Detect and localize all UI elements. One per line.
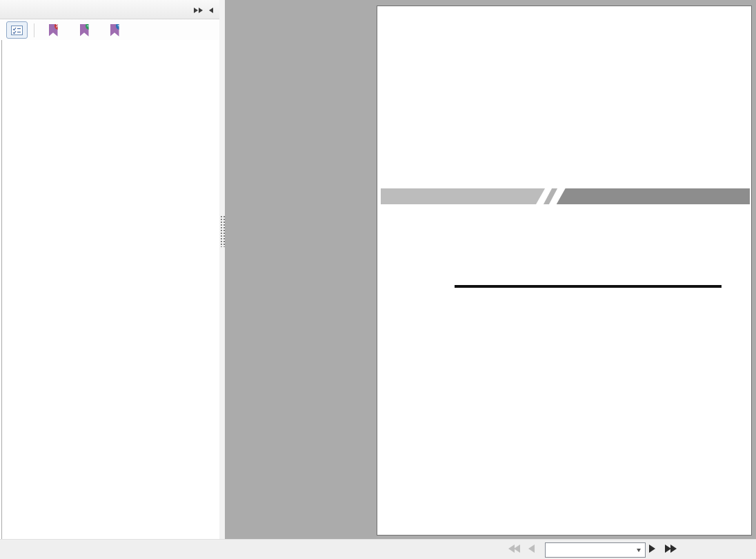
panel-expand-icon[interactable] bbox=[194, 6, 203, 14]
tree-left-border bbox=[1, 40, 2, 539]
pdf-page[interactable] bbox=[377, 6, 752, 536]
first-page-button[interactable] bbox=[508, 545, 520, 553]
red-x-badge: × bbox=[54, 22, 62, 30]
panel-collapse-icon[interactable] bbox=[209, 6, 213, 14]
banner-light-segment bbox=[381, 188, 545, 204]
delete-bookmark-button[interactable]: × bbox=[43, 21, 63, 39]
banner-dark-segment bbox=[557, 188, 750, 204]
status-bar bbox=[0, 539, 756, 559]
decrease-text-size-button[interactable] bbox=[160, 21, 181, 39]
bookmark-options-button[interactable] bbox=[6, 21, 28, 39]
document-canvas[interactable] bbox=[225, 0, 756, 539]
page-number-combobox[interactable] bbox=[545, 542, 646, 558]
bookmarks-panel: × + ➤ bbox=[0, 0, 219, 539]
previous-page-button[interactable] bbox=[528, 545, 535, 553]
panel-splitter[interactable] bbox=[219, 0, 225, 539]
banner-diagonal-stripe bbox=[544, 188, 557, 204]
splitter-handle[interactable] bbox=[220, 215, 225, 247]
bookmarks-toolbar: × + ➤ bbox=[0, 19, 219, 40]
add-bookmark-icon: + bbox=[80, 24, 89, 37]
locate-bookmark-icon: ➤ bbox=[110, 24, 119, 37]
bookmark-tree bbox=[0, 40, 219, 539]
toolbar-separator bbox=[34, 23, 34, 37]
checklist-options-icon bbox=[11, 26, 23, 35]
locate-bookmark-button[interactable]: ➤ bbox=[104, 21, 125, 39]
bookmarks-panel-header bbox=[0, 0, 219, 19]
blue-arrow-badge: ➤ bbox=[116, 22, 123, 30]
green-plus-badge: + bbox=[86, 22, 93, 30]
delete-bookmark-icon: × bbox=[49, 24, 58, 37]
dropdown-caret-icon bbox=[637, 549, 641, 552]
increase-text-size-button[interactable] bbox=[130, 21, 150, 39]
next-page-button[interactable] bbox=[649, 545, 655, 553]
cover-banner bbox=[381, 188, 750, 204]
add-bookmark-button[interactable]: + bbox=[74, 21, 94, 39]
horizontal-rule bbox=[455, 285, 722, 288]
last-page-button[interactable] bbox=[665, 545, 677, 553]
